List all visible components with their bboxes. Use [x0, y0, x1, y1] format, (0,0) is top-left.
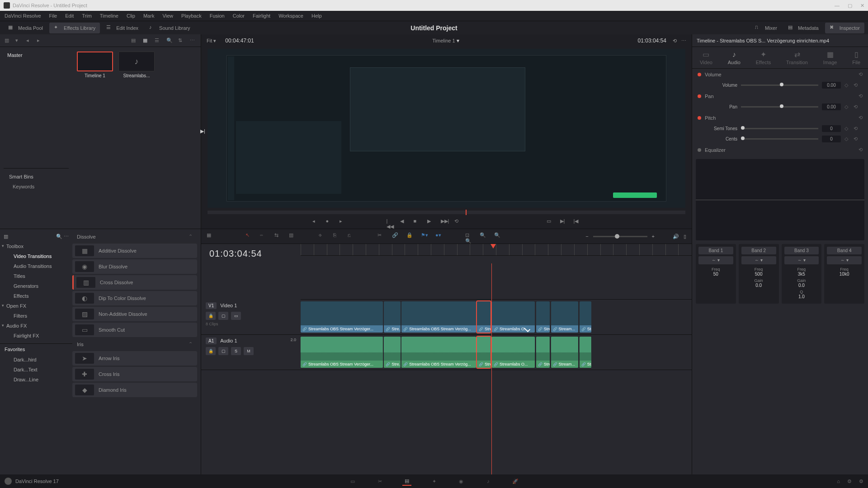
master-bin[interactable]: Master: [4, 51, 69, 60]
tab-audio[interactable]: ♪Audio: [728, 51, 741, 65]
fairlightfx-item[interactable]: Fairlight FX: [0, 331, 72, 341]
audio-clip[interactable]: Streamlabs OBS Stream Verzög...: [401, 337, 476, 368]
video-clip[interactable]: Stre...: [580, 301, 591, 333]
filters-item[interactable]: Filters: [0, 311, 72, 321]
audio-clip[interactable]: Streamlabs O...: [492, 337, 535, 368]
next-frame-icon[interactable]: ▶▶|: [441, 218, 448, 225]
audio-clip[interactable]: Stre...: [536, 337, 550, 368]
video-clip[interactable]: Streamlabs O...: [492, 301, 535, 333]
zoom-out-icon[interactable]: −: [585, 234, 588, 239]
media-pool-button[interactable]: ▦Media Pool: [4, 23, 47, 33]
strip-mode-icon[interactable]: ☰: [155, 38, 161, 44]
mark-dot-icon[interactable]: ●: [326, 218, 333, 225]
video-clip[interactable]: Stream...: [551, 301, 579, 333]
maximize-icon[interactable]: ▢: [848, 3, 852, 9]
solo-button[interactable]: S: [231, 347, 241, 355]
audio-transitions-item[interactable]: Audio Transitions: [0, 261, 72, 271]
inspector-button[interactable]: ✖Inspector: [825, 23, 864, 33]
menu-mark[interactable]: Mark: [143, 13, 154, 19]
smart-bins-header[interactable]: Smart Bins: [5, 172, 67, 181]
iris-group[interactable]: Iris⌃: [72, 338, 197, 350]
video-clip[interactable]: Streamlabs OBS Stream Verzög...: [401, 301, 476, 333]
menu-timeline[interactable]: Timeline: [100, 13, 118, 19]
fx-smooth-cut[interactable]: ▭Smooth Cut: [72, 323, 197, 337]
menu-color[interactable]: Color: [233, 13, 245, 19]
playhead-icon[interactable]: [491, 244, 496, 249]
eq-graph[interactable]: [696, 159, 864, 240]
menu-trim[interactable]: Trim: [82, 13, 92, 19]
semitones-value[interactable]: 0: [822, 125, 841, 132]
favorite-item[interactable]: Dark...Text: [0, 365, 72, 375]
keywords-bin[interactable]: Keywords: [5, 181, 67, 192]
fx-arrow-iris[interactable]: ➤Arrow Iris: [72, 351, 197, 366]
volume-section[interactable]: Volume⟲: [692, 69, 868, 80]
keyframe-icon[interactable]: ◇: [844, 104, 850, 110]
fx-diamond-iris[interactable]: ◆Diamond Iris: [72, 383, 197, 397]
fx-additive-dissolve[interactable]: ▦Additive Dissolve: [72, 244, 197, 258]
grid-mode-icon[interactable]: ▦: [143, 38, 149, 44]
zoom-in-icon[interactable]: +: [652, 234, 655, 239]
menu-edit[interactable]: Edit: [65, 13, 74, 19]
preferences-icon[interactable]: ⚙: [859, 479, 863, 484]
viewer-scrubber[interactable]: [208, 211, 685, 214]
video-toggle-icon[interactable]: ▭: [231, 312, 241, 320]
audio-track-header[interactable]: A1Audio 12.0 🔒▢SM: [201, 335, 301, 370]
audio-clip[interactable]: Streamlabs OBS Stream Verzöger...: [301, 337, 383, 368]
menu-file[interactable]: File: [49, 13, 57, 19]
play-icon[interactable]: ▶: [427, 218, 434, 225]
zoom-slider[interactable]: [593, 236, 647, 237]
keyframe-icon[interactable]: ◇: [844, 82, 850, 88]
menu-fairlight[interactable]: Fairlight: [253, 13, 270, 19]
fusion-page-icon[interactable]: ✦: [429, 477, 439, 486]
fx-cross-iris[interactable]: ✚Cross Iris: [72, 367, 197, 381]
loop-icon[interactable]: ⟲: [454, 218, 462, 225]
fx-dip-to-color[interactable]: ◐Dip To Color Dissolve: [72, 291, 197, 305]
audio-clip[interactable]: Stre...: [580, 337, 591, 368]
cents-value[interactable]: 0: [822, 136, 841, 142]
go-end-icon[interactable]: ▶|: [560, 218, 567, 225]
video-clip[interactable]: Stre...: [477, 301, 491, 333]
loop-icon[interactable]: ⟲: [673, 38, 677, 44]
search-icon[interactable]: 🔍: [56, 234, 62, 239]
timeline-view-icon[interactable]: ▦: [207, 232, 215, 240]
effects-item[interactable]: Effects: [0, 291, 72, 301]
search-icon[interactable]: 🔍: [166, 38, 173, 44]
eq-band[interactable]: Band 4～ ▾Freq10k0: [824, 244, 864, 304]
band-shape-dropdown[interactable]: ～ ▾: [784, 256, 819, 264]
menu-playback[interactable]: Playback: [181, 13, 202, 19]
menu-view[interactable]: View: [162, 13, 173, 19]
overwrite-icon[interactable]: ⎘: [333, 232, 341, 240]
timeline-ruler[interactable]: [301, 244, 692, 256]
eq-band[interactable]: Band 3～ ▾Freq3k5Gain0.0Q1.0: [782, 244, 822, 304]
link-icon[interactable]: 🔗: [392, 232, 400, 240]
cents-slider[interactable]: [741, 138, 818, 140]
lock-icon[interactable]: 🔒: [406, 232, 415, 240]
tab-effects[interactable]: ✦Effects: [756, 50, 771, 65]
fairlight-page-icon[interactable]: ♪: [484, 477, 493, 486]
color-page-icon[interactable]: ◉: [457, 477, 466, 486]
menu-help[interactable]: Help: [311, 13, 322, 19]
replace-icon[interactable]: ⎌: [348, 232, 356, 240]
sort-icon[interactable]: ⇅: [178, 38, 184, 44]
nav-fwd-icon[interactable]: ▸: [37, 38, 43, 44]
tab-transition[interactable]: ⇄Transition: [786, 50, 808, 65]
close-icon[interactable]: ✕: [860, 3, 864, 9]
menu-workspace[interactable]: Workspace: [278, 13, 303, 19]
reset-icon[interactable]: ⟲: [854, 104, 859, 110]
metadata-button[interactable]: ▤Metadata: [783, 23, 823, 33]
fit-dropdown[interactable]: Fit ▾: [207, 38, 216, 44]
stop-icon[interactable]: ■: [414, 218, 421, 225]
more-icon[interactable]: ⋯: [190, 38, 196, 44]
auto-select-icon[interactable]: ▢: [218, 312, 228, 320]
audio-clip[interactable]: Stre...: [477, 337, 491, 368]
tab-video[interactable]: ▭Video: [700, 50, 712, 65]
fx-blur-dissolve[interactable]: ◉Blur Dissolve: [72, 259, 197, 274]
list-mode-icon[interactable]: ▤: [131, 38, 137, 44]
more-icon[interactable]: ⋯: [681, 38, 686, 44]
prev-frame-icon[interactable]: ◀: [400, 218, 407, 225]
generators-item[interactable]: Generators: [0, 281, 72, 291]
semitones-slider[interactable]: [741, 128, 818, 129]
favorite-item[interactable]: Draw...Line: [0, 375, 72, 385]
chevron-down-icon[interactable]: ▾: [15, 38, 22, 44]
minimize-icon[interactable]: —: [835, 3, 840, 9]
